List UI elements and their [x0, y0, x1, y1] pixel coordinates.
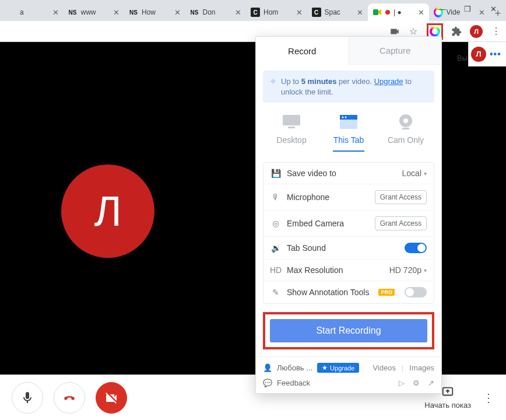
- more-participants-icon[interactable]: •••: [490, 49, 501, 60]
- favicon-ns: NS: [190, 8, 199, 17]
- svg-rect-7: [340, 120, 357, 129]
- browser-tabstrip: a ✕ NS www ✕ NS How ✕ NS Don ✕ C Hom ✕ C…: [0, 0, 506, 21]
- user-name: Любовь ...: [277, 363, 312, 372]
- open-external-icon[interactable]: ↗: [428, 379, 434, 387]
- row-tab-sound: 🔉Tab Sound: [263, 236, 434, 259]
- self-thumbnail-strip: Л •••: [468, 42, 506, 66]
- grant-camera-button[interactable]: Grant Access: [375, 216, 427, 230]
- tab-label: | ●: [393, 8, 414, 16]
- chevron-down-icon: ▾: [424, 267, 427, 274]
- favicon-ns: NS: [129, 8, 138, 17]
- row-embed-camera: ◎Embed Camera Grant Access: [263, 210, 434, 236]
- tab-sound-toggle[interactable]: [405, 243, 427, 253]
- tab-capture[interactable]: Capture: [349, 37, 442, 65]
- hd-icon: HD: [270, 265, 281, 275]
- favicon-generic: [7, 8, 16, 17]
- close-icon[interactable]: ✕: [52, 8, 59, 17]
- tab-1[interactable]: NS www ✕: [64, 4, 125, 21]
- tab-3[interactable]: NS Don ✕: [185, 4, 247, 21]
- tab-6-active[interactable]: | ● ✕: [368, 4, 429, 21]
- tab-2[interactable]: NS How ✕: [124, 4, 185, 21]
- svg-rect-1: [283, 115, 300, 125]
- hangup-button[interactable]: [54, 382, 85, 414]
- settings-gear-icon[interactable]: ⚙: [413, 379, 420, 387]
- camera-icon[interactable]: [389, 26, 400, 37]
- kebab-menu-icon[interactable]: ⋮: [491, 26, 501, 37]
- save-value[interactable]: Local▾: [402, 169, 427, 178]
- svg-point-6: [345, 117, 347, 118]
- row-annotation-tools: ✎Show Annotation ToolsPRO: [263, 281, 434, 303]
- sound-icon: 🔉: [270, 243, 281, 253]
- panel-footer: 👤 Любовь ... ★ Upgrade Videos | Images 💬…: [256, 356, 441, 393]
- webcam-icon: [395, 113, 416, 131]
- window-close-button[interactable]: ✕: [480, 0, 506, 18]
- feedback-link[interactable]: Feedback: [277, 379, 310, 387]
- banner-text: Up to 5 minutes per video. Upgrade to un…: [281, 76, 427, 97]
- chevron-down-icon: ▾: [424, 170, 427, 177]
- svg-rect-2: [288, 127, 295, 128]
- upgrade-chip[interactable]: ★ Upgrade: [317, 363, 359, 373]
- favicon-dark: C: [312, 8, 321, 17]
- tab-record[interactable]: Record: [256, 37, 349, 65]
- window-minimize-button[interactable]: —: [429, 0, 455, 18]
- upgrade-link[interactable]: Upgrade: [374, 77, 403, 86]
- camera-embed-icon: ◎: [270, 219, 281, 228]
- limit-banner: ✧ Up to 5 minutes per video. Upgrade to …: [263, 71, 434, 103]
- pro-badge: PRO: [378, 289, 395, 296]
- record-modes: Desktop This Tab Cam Only: [263, 103, 434, 155]
- recording-dot-icon: [385, 10, 390, 15]
- resolution-value[interactable]: HD 720p▾: [389, 265, 427, 275]
- annotation-icon: ✎: [270, 288, 281, 297]
- row-save-video[interactable]: 💾Save video to Local▾: [263, 163, 434, 184]
- grant-mic-button[interactable]: Grant Access: [375, 190, 427, 204]
- extensions-puzzle-icon[interactable]: [451, 26, 462, 37]
- mode-label: This Tab: [333, 135, 364, 145]
- svg-point-5: [342, 117, 344, 118]
- row-microphone: 🎙Microphone Grant Access: [263, 184, 434, 210]
- tab-0[interactable]: a ✕: [2, 4, 64, 21]
- close-icon[interactable]: ✕: [235, 8, 241, 17]
- microphone-icon: 🎙: [270, 192, 281, 202]
- setting-label: Show Annotation Tools: [287, 288, 369, 297]
- close-icon[interactable]: ✕: [418, 8, 424, 17]
- setting-label: Max Resolution: [287, 265, 343, 275]
- tab-label: Hom: [263, 8, 293, 16]
- camera-off-button[interactable]: [96, 382, 127, 414]
- close-icon[interactable]: ✕: [113, 8, 120, 17]
- images-link[interactable]: Images: [409, 363, 434, 372]
- mode-this-tab[interactable]: This Tab: [325, 113, 372, 152]
- screen-recorder-extension-icon[interactable]: [430, 26, 440, 37]
- user-icon: 👤: [263, 363, 272, 372]
- mute-mic-button[interactable]: [12, 382, 43, 414]
- start-recording-button[interactable]: Start Recording: [270, 319, 427, 342]
- tab-label: a: [20, 8, 49, 16]
- recorder-extension-popup: Record Capture ✧ Up to 5 minutes per vid…: [255, 36, 442, 394]
- setting-label: Microphone: [287, 192, 329, 202]
- close-icon[interactable]: ✕: [357, 8, 363, 17]
- svg-point-9: [403, 118, 408, 123]
- window-maximize-button[interactable]: ❐: [455, 0, 480, 18]
- row-max-resolution[interactable]: HDMax Resolution HD 720p▾: [263, 259, 434, 281]
- more-options-button[interactable]: ⋮: [483, 391, 494, 405]
- favicon-ns: NS: [68, 8, 78, 17]
- present-label: Начать показ: [424, 401, 471, 410]
- panel-tabs: Record Capture: [256, 37, 441, 65]
- tab-5[interactable]: C Spac ✕: [307, 4, 368, 21]
- profile-avatar[interactable]: Л: [470, 25, 483, 38]
- tab-label: How: [142, 8, 171, 16]
- lightbulb-icon: ✧: [270, 76, 276, 97]
- mode-cam-only[interactable]: Cam Only: [382, 113, 429, 152]
- start-recording-highlight: Start Recording: [263, 312, 434, 349]
- tab-label: www: [81, 8, 110, 16]
- close-icon[interactable]: ✕: [174, 8, 181, 17]
- star-icon[interactable]: ☆: [408, 26, 419, 37]
- mode-desktop[interactable]: Desktop: [268, 113, 315, 152]
- videos-link[interactable]: Videos: [373, 363, 396, 372]
- settings-card: 💾Save video to Local▾ 🎙Microphone Grant …: [263, 162, 434, 304]
- annotation-toggle[interactable]: [405, 287, 427, 298]
- history-icon[interactable]: ▷: [399, 379, 405, 387]
- setting-label: Embed Camera: [287, 219, 344, 228]
- close-icon[interactable]: ✕: [296, 8, 303, 17]
- tab-4[interactable]: C Hom ✕: [246, 4, 307, 21]
- self-avatar[interactable]: Л: [471, 47, 486, 62]
